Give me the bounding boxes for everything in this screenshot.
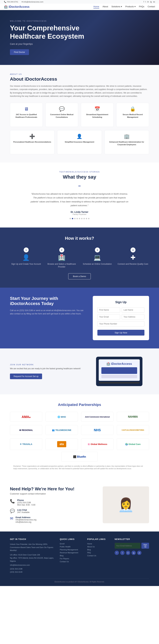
footer-get-in-touch-title: GET IN TOUCH — [10, 538, 55, 540]
features-grid-1: 🖥 24/7 Access to Qualified Healthcare Pr… — [10, 103, 149, 127]
find-doctor-button[interactable]: Find Doctor — [10, 49, 29, 55]
social-twitter[interactable]: t — [120, 551, 125, 555]
features-grid-2: ➕ Personalized Healthcare Recommendation… — [10, 130, 149, 154]
popular-link-1[interactable]: Home — [87, 543, 110, 545]
signup-section: Start Your Journey with iDoctorAccess To… — [0, 288, 159, 348]
feature-icon-6: 👤 — [60, 134, 99, 139]
address-input[interactable] — [122, 314, 144, 320]
dot-4[interactable] — [76, 218, 78, 219]
footer-col-quick-links: QUICK LINKS Enroll Public Health Plannin… — [60, 538, 82, 574]
popular-link-5[interactable]: Contact Us — [87, 554, 110, 556]
help-title: Need Help? We're Here for You! — [10, 486, 96, 492]
rss-icon-top[interactable]: ss — [153, 1, 155, 3]
quick-link-7[interactable]: Contact Us — [60, 560, 82, 562]
how-it-works-title: How it works? — [10, 236, 149, 241]
partner-travala: ✈ TRAVALA — [10, 438, 42, 450]
phone-input[interactable] — [97, 321, 144, 326]
partner-regional: ⊕ REGIONAL — [10, 425, 42, 435]
step-num-4: 4 — [130, 248, 135, 252]
dot-5[interactable] — [79, 218, 80, 219]
testimonial-role: Family Physician — [10, 213, 149, 215]
step-label-3: Schedule an Online Consultation — [81, 263, 113, 266]
twitter-icon-top[interactable]: t — [145, 1, 146, 3]
social-instagram[interactable]: ig — [131, 551, 136, 555]
partner-ata: ata — [46, 438, 78, 450]
feature-card-1: 🖥 24/7 Access to Qualified Healthcare Pr… — [10, 103, 43, 127]
footer-newsletter-title: NEWSLETTER — [115, 538, 149, 540]
social-facebook[interactable]: f — [115, 551, 119, 555]
feature-label-7: Enhanced Healthcare Administration for C… — [107, 141, 146, 146]
quick-link-5[interactable]: Blog — [60, 554, 82, 556]
step-icon-2: 🏥 — [46, 254, 78, 261]
step-3: 3 💻 Schedule an Online Consultation — [81, 248, 113, 268]
social-icons-top: f t in ig ss — [144, 1, 155, 3]
partner-who: 🌐 WHO — [46, 412, 78, 422]
help-image-person: 👩‍💼 — [118, 497, 134, 513]
nav-products[interactable]: Products ▾ — [125, 5, 136, 8]
nav-links: Home About Solutions ▾ Products ▾ FAQs C… — [93, 5, 155, 8]
footer-phone-2: (223) 316-3140 — [10, 570, 55, 574]
feature-icon-3: 📅 — [84, 106, 111, 112]
footer-grid: GET IN TOUCH Unlock Your Potential. Join… — [10, 538, 149, 574]
book-demo-button[interactable]: Book a Demo — [68, 273, 91, 280]
logo[interactable]: 🏥 iDoctorAccess — [4, 5, 30, 8]
signup-phone-row — [97, 321, 144, 326]
provider-setup-button[interactable]: Request For Account Set up — [10, 374, 42, 379]
dot-9[interactable] — [88, 218, 90, 219]
popular-link-4[interactable]: FAQ — [87, 552, 110, 554]
footer-col-popular-links: POPULAR LINKS Home About Us Blog FAQ Con… — [87, 538, 110, 574]
email-label: Email Address — [16, 516, 36, 518]
feature-card-2: 💬 Convenient Online Medical Consultation… — [45, 103, 78, 127]
dot-1[interactable] — [69, 218, 71, 219]
dot-8[interactable] — [86, 218, 87, 219]
nav-faqs[interactable]: FAQs — [139, 5, 144, 8]
contact-phone: 📞 Phone (223) 316-2198 Mon-Sat, 9:00 - 5… — [10, 499, 96, 506]
quote-icon: " — [10, 185, 149, 191]
dot-7[interactable] — [84, 218, 85, 219]
footer-quick-links-list: Enroll Public Health Planning Management… — [60, 543, 82, 562]
about-section: ABOUT US About iDoctorAccess Our mission… — [0, 65, 159, 162]
hero-headline: Your Comprehensive Healthcare Ecosystem — [10, 24, 149, 41]
quick-link-2[interactable]: Public Health — [60, 546, 82, 548]
signup-submit-button[interactable]: Sign Up Now — [97, 330, 144, 336]
quick-link-4[interactable]: Revenue Management — [60, 552, 82, 554]
newsletter-email-input[interactable] — [115, 543, 140, 549]
step-num-3: 3 — [95, 248, 100, 252]
footer-email: info@idoctoraccess.com — [10, 564, 55, 567]
logo-text: iDoctorAccess — [9, 5, 30, 8]
footer-address1: US office: 9116 Deer Court Suite 106 — [10, 553, 55, 556]
dot-6[interactable] — [81, 218, 83, 219]
about-title: About iDoctorAccess — [10, 76, 149, 82]
popular-link-3[interactable]: Blog — [87, 549, 110, 551]
nav-solutions[interactable]: Solutions ▾ — [111, 5, 122, 8]
partner-globalcare: 🌍 Global Care — [117, 438, 149, 450]
social-linkedin[interactable]: in — [126, 551, 130, 555]
quick-link-1[interactable]: Enroll — [60, 543, 82, 545]
provider-cta-text: JOIN OUR NETWORK We are excited that you… — [10, 364, 90, 379]
instagram-icon-top[interactable]: ig — [150, 1, 152, 3]
newsletter-signup-button[interactable]: Sign Up — [141, 543, 149, 549]
dot-2[interactable] — [72, 218, 73, 219]
linkedin-icon-top[interactable]: in — [147, 1, 149, 3]
nav-contact[interactable]: Contact — [147, 5, 155, 8]
social-youtube[interactable]: yt — [137, 551, 141, 555]
quick-link-3[interactable]: Planning Management — [60, 549, 82, 551]
nav-about[interactable]: About — [103, 5, 108, 8]
popular-link-2[interactable]: About Us — [87, 546, 110, 548]
signup-headline: Start Your Journey with iDoctorAccess To… — [10, 296, 86, 306]
nav-home[interactable]: Home — [93, 5, 99, 8]
help-subtitle: Customer support contact information — [10, 492, 96, 495]
quick-link-6[interactable]: For Players — [60, 558, 82, 560]
partner-nhs: NHS — [81, 425, 113, 435]
signup-description: Call us on (223) 316-2198 or send us an … — [10, 309, 86, 316]
feature-icon-4: 🔒 — [119, 106, 146, 112]
dot-3[interactable] — [74, 218, 75, 219]
last-name-input[interactable] — [122, 307, 144, 312]
email-input[interactable] — [97, 314, 120, 320]
signup-email-row — [97, 314, 144, 320]
facebook-icon-top[interactable]: f — [144, 1, 144, 3]
first-name-input[interactable] — [97, 307, 120, 312]
help-text: Need Help? We're Here for You! Customer … — [10, 486, 96, 523]
laptop-screen: 🏥 iDoctorAccess — [99, 359, 140, 381]
laptop-logo: 🏥 iDoctorAccess — [101, 362, 137, 366]
